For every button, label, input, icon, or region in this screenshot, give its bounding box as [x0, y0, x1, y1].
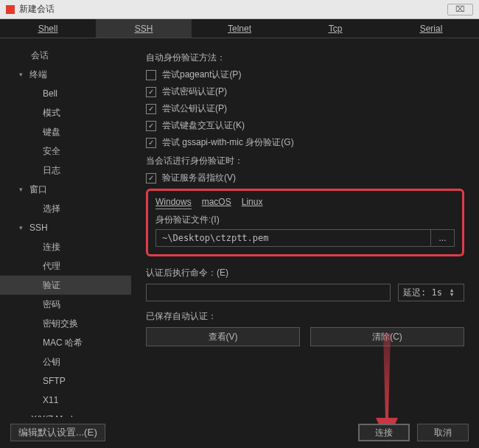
sidebar: 会话 ▾终端 Bell 模式 键盘 安全 日志 ▾窗口 选择 ▾SSH 连接 代…	[0, 38, 131, 417]
check-password[interactable]: ✓ 尝试密码认证(P)	[146, 85, 464, 98]
footer: 编辑默认设置...(E) 连接 取消	[0, 417, 479, 448]
sidebar-item-xyzmodem[interactable]: X/Y/Z Modem	[0, 410, 131, 417]
sidebar-item-mode[interactable]: 模式	[0, 103, 131, 122]
sidebar-item-x11[interactable]: X11	[0, 391, 131, 410]
spinner-icon: ▲▼	[450, 288, 459, 297]
check-pageant[interactable]: 尝试pageant认证(P)	[146, 69, 464, 81]
checkbox-checked-icon: ✓	[146, 121, 156, 131]
checkbox-icon	[146, 70, 156, 80]
check-gssapi[interactable]: ✓ 尝试 gssapi-with-mic 身份验证(G)	[146, 136, 464, 149]
os-tabs: Windows macOS Linux	[155, 197, 455, 209]
saved-auth-label: 已保存自动认证：	[146, 310, 464, 323]
connect-button[interactable]: 连接	[358, 424, 410, 441]
view-button[interactable]: 查看(V)	[146, 327, 300, 346]
delay-value: 延迟: 1s	[403, 287, 442, 299]
sidebar-item-auth[interactable]: 验证	[0, 276, 131, 295]
chevron-down-icon: ▾	[19, 183, 27, 196]
tab-serial[interactable]: Serial	[383, 19, 479, 38]
edit-defaults-button[interactable]: 编辑默认设置...(E)	[10, 424, 105, 441]
sidebar-item-terminal[interactable]: ▾终端	[0, 65, 131, 84]
titlebar: 新建会话 ⌧	[0, 0, 479, 19]
sidebar-item-window[interactable]: ▾窗口	[0, 180, 131, 199]
sidebar-item-bell[interactable]: Bell	[0, 84, 131, 103]
os-tab-linux[interactable]: Linux	[242, 197, 263, 209]
tab-ssh[interactable]: SSH	[96, 19, 192, 38]
chevron-down-icon: ▾	[19, 221, 27, 234]
clear-button[interactable]: 清除(C)	[310, 327, 464, 346]
checkbox-checked-icon: ✓	[146, 173, 156, 183]
close-button[interactable]: ⌧	[447, 4, 473, 15]
app-icon	[6, 5, 15, 14]
tab-shell[interactable]: Shell	[0, 19, 96, 38]
sidebar-item-select[interactable]: 选择	[0, 199, 131, 218]
sidebar-item-password[interactable]: 密码	[0, 295, 131, 314]
post-cmd-input[interactable]	[146, 284, 391, 301]
identity-file-group: Windows macOS Linux 身份验证文件:(I) ...	[146, 189, 464, 256]
identity-file-label: 身份验证文件:(I)	[155, 214, 455, 226]
check-keyboard[interactable]: ✓ 尝试键盘交互认证(K)	[146, 119, 464, 132]
identity-file-input[interactable]	[155, 229, 431, 247]
check-verify-fingerprint[interactable]: ✓ 验证服务器指纹(V)	[146, 172, 464, 184]
checkbox-checked-icon: ✓	[146, 138, 156, 148]
sidebar-item-keyboard[interactable]: 键盘	[0, 122, 131, 141]
delay-stepper[interactable]: 延迟: 1s ▲▼	[398, 284, 464, 301]
when-auth-label: 当会话进行身份验证时：	[146, 155, 464, 167]
tab-tcp[interactable]: Tcp	[287, 19, 383, 38]
os-tab-macos[interactable]: macOS	[202, 197, 231, 209]
checkbox-checked-icon: ✓	[146, 104, 156, 114]
sidebar-item-session[interactable]: 会话	[0, 46, 131, 65]
check-pubkey[interactable]: ✓ 尝试公钥认证(P)	[146, 102, 464, 115]
sidebar-item-ssh[interactable]: ▾SSH	[0, 218, 131, 237]
checkbox-checked-icon: ✓	[146, 87, 156, 97]
sidebar-item-security[interactable]: 安全	[0, 141, 131, 161]
sidebar-item-sftp[interactable]: SFTP	[0, 371, 131, 391]
sidebar-item-connect[interactable]: 连接	[0, 237, 131, 256]
tab-telnet[interactable]: Telnet	[192, 19, 287, 38]
os-tab-windows[interactable]: Windows	[155, 197, 192, 209]
sidebar-item-keyexchange[interactable]: 密钥交换	[0, 314, 131, 333]
post-cmd-label: 认证后执行命令：(E)	[146, 267, 464, 279]
browse-button[interactable]: ...	[431, 229, 455, 247]
window-title: 新建会话	[19, 3, 447, 15]
chevron-down-icon: ▾	[19, 68, 27, 81]
sidebar-item-pubkey[interactable]: 公钥	[0, 352, 131, 371]
sidebar-item-machash[interactable]: MAC 哈希	[0, 333, 131, 352]
sidebar-item-proxy[interactable]: 代理	[0, 256, 131, 276]
sidebar-item-log[interactable]: 日志	[0, 161, 131, 180]
protocol-tabs: Shell SSH Telnet Tcp Serial	[0, 19, 479, 38]
auth-method-label: 自动身份验证方法：	[146, 52, 464, 64]
cancel-button[interactable]: 取消	[417, 424, 469, 441]
content-pane: 自动身份验证方法： 尝试pageant认证(P) ✓ 尝试密码认证(P) ✓ 尝…	[131, 38, 479, 417]
